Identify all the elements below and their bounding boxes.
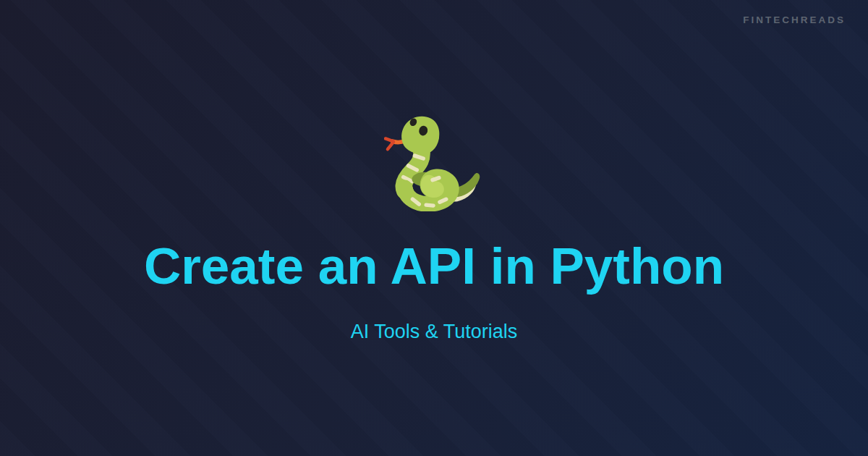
snake-coil-tip <box>429 183 436 190</box>
snake-emoji-svg <box>384 109 484 211</box>
snake-head <box>401 117 439 155</box>
hero-content: Create an API in Python AI Tools & Tutor… <box>0 0 868 456</box>
snake-emoji <box>384 109 484 211</box>
banner-card: FINTECHREADS <box>0 0 868 456</box>
brand-label: FINTECHREADS <box>743 14 846 25</box>
page-subtitle: AI Tools & Tutorials <box>351 321 518 343</box>
page-title: Create an API in Python <box>144 240 724 292</box>
